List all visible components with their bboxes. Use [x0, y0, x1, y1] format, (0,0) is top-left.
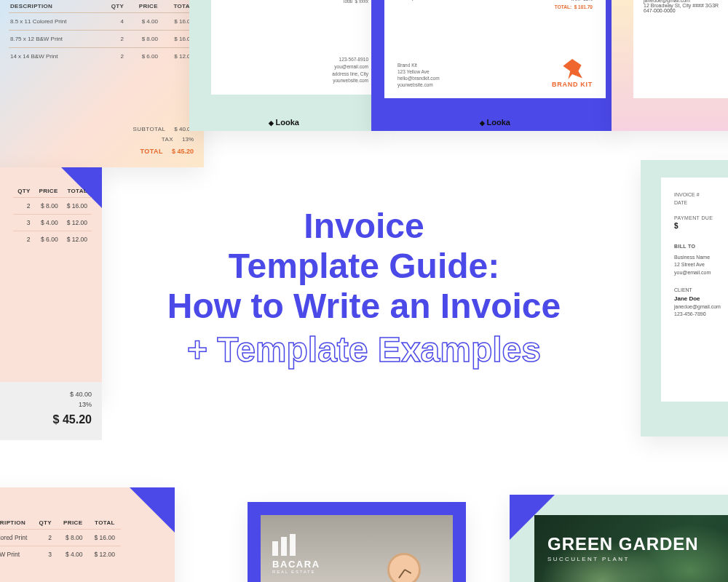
- payment-amount: $: [674, 222, 728, 230]
- bacara-logo: BACARA REAL ESTATE: [272, 534, 320, 574]
- table-row: 11 B&W Print 3 $ 4.00 $ 12.00: [0, 546, 121, 563]
- paper-sheet: DATE ISSUED January 1, 2020 SUBTOTAL: $ …: [384, 0, 606, 98]
- col-qty: QTY: [101, 0, 125, 13]
- sender-block: Brand Kit 123 Yellow Ave hello@brandkit.…: [397, 62, 440, 88]
- invoice-tile-green-garden: GREEN GARDEN SUCCULENT PLANT: [510, 495, 728, 582]
- headline-line-3: How to Write an Invoice: [102, 287, 626, 327]
- invoice-tile-gradient: DESCRIPTION QTY PRICE TOTAL 8.5 x 11 Col…: [0, 0, 204, 167]
- looka-logo: Looka: [269, 118, 299, 127]
- buildings-icon: [272, 534, 297, 556]
- brandkit-logo: BRAND KIT: [552, 59, 593, 88]
- table-row: 14 x 14 B&W Print 2 $ 6.00 $ 12.00: [9, 48, 195, 65]
- looka-logo: Looka: [480, 118, 510, 127]
- fern-hero: GREEN GARDEN SUCCULENT PLANT: [534, 515, 728, 582]
- date-issued: DATE ISSUED January 1, 2020: [397, 0, 432, 1]
- invoice-tile-right-paper: INVOICE # DATE PAYMENT DUE $ BILL TO Bus…: [641, 160, 728, 436]
- table-row: 11 Colored Print 2 $ 8.00 $ 16.00: [0, 530, 121, 546]
- invoice-tile-mint-summary: Subtotal $ xxxx Tax 13 % Total $ xxxx 12…: [189, 0, 379, 131]
- invoice-tile-bacara: BACARA REAL ESTATE: [248, 502, 466, 582]
- line-items-table: DESCRIPTION QTY PRICE TOTAL 11 Colored P…: [0, 517, 121, 562]
- table-row: 2 $ 8.00 $ 16.00: [13, 198, 92, 215]
- paper-sheet: CUSTOMER DETAILS Jane Doe janedoe@gmail.…: [633, 0, 728, 98]
- paper-sheet: INVOICE # DATE PAYMENT DUE $ BILL TO Bus…: [661, 178, 728, 402]
- hero-headline: Invoice Template Guide: How to Write an …: [102, 206, 626, 370]
- table-row: 8.5 x 11 Colored Print 4 $ 4.00 $ 16.00: [9, 13, 195, 31]
- col-price: PRICE: [125, 0, 159, 13]
- summary-block: Subtotal $ xxxx Tax 13 % Total $ xxxx: [335, 0, 368, 5]
- invoice-tile-customer-details: CUSTOMER DETAILS Jane Doe janedoe@gmail.…: [612, 0, 728, 131]
- invoice-line-items-table: DESCRIPTION QTY PRICE TOTAL 8.5 x 11 Col…: [9, 0, 195, 65]
- triangle-accent-icon: [130, 487, 175, 533]
- table-row: 3 $ 4.00 $ 12.00: [13, 215, 92, 231]
- invoice-totals: SUBTOTAL: $ 90.00 TAX: 13% TOTAL: $ 101.…: [548, 0, 593, 11]
- hummingbird-icon: [562, 59, 582, 79]
- brand-title: GREEN GARDEN: [547, 534, 728, 554]
- client-block: CLIENT Jane Doe janedoe@gmail.com 123-45…: [674, 287, 728, 319]
- invoice-tile-pink-table-bottom: DESCRIPTION QTY PRICE TOTAL 11 Colored P…: [0, 487, 175, 582]
- headline-line-4: + Template Examples: [102, 330, 626, 370]
- brand-tagline: SUCCULENT PLANT: [547, 556, 728, 562]
- table-row: 8.75 x 12 B&W Print 2 $ 8.00 $ 16.00: [9, 31, 195, 48]
- col-description: DESCRIPTION: [9, 0, 101, 13]
- headline-line-1: Invoice: [102, 206, 626, 246]
- payment-due-label: PAYMENT DUE: [674, 215, 728, 220]
- contact-block: 123-567-8910 you@email.com address line,…: [332, 56, 368, 84]
- clock-icon: [387, 553, 421, 582]
- invoice-tile-totals-strip: $ 40.00 13% $ 45.20: [0, 382, 102, 440]
- customer-details: CUSTOMER DETAILS Jane Doe janedoe@gmail.…: [644, 0, 728, 13]
- bill-to-block: BILL TO Business Name 12 Street Ave you@…: [674, 243, 728, 276]
- invoice-tile-pink-table: QTY PRICE TOTAL 2 $ 8.00 $ 16.00 3 $ 4.0…: [0, 167, 102, 400]
- headline-line-2: Template Guide:: [102, 246, 626, 286]
- paper-sheet: Subtotal $ xxxx Tax 13 % Total $ xxxx 12…: [211, 0, 379, 95]
- invoice-totals: SUBTOTAL$ 40.00 TAX13% TOTAL$ 45.20: [119, 124, 194, 157]
- totals-stack: $ 40.00 13% $ 45.20: [53, 389, 92, 428]
- line-items-table: QTY PRICE TOTAL 2 $ 8.00 $ 16.00 3 $ 4.0…: [13, 185, 92, 247]
- invoice-tile-brandkit: DATE ISSUED January 1, 2020 SUBTOTAL: $ …: [371, 0, 619, 131]
- table-row: 2 $ 6.00 $ 12.00: [13, 231, 92, 248]
- invoice-meta: INVOICE # DATE: [674, 191, 728, 207]
